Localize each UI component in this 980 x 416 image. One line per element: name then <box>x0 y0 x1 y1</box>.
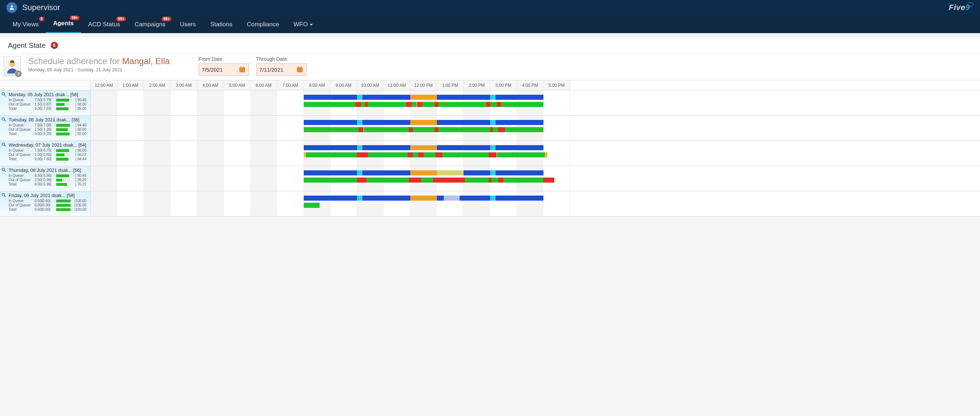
actual-segment[interactable] <box>366 178 409 183</box>
actual-segment[interactable] <box>368 102 406 107</box>
actual-segment[interactable] <box>489 152 497 158</box>
sched-segment[interactable] <box>357 171 363 175</box>
actual-segment[interactable] <box>368 152 408 158</box>
sched-segment[interactable] <box>363 95 410 100</box>
actual-segment[interactable] <box>436 152 442 158</box>
sched-segment[interactable] <box>410 196 437 201</box>
magnifier-icon[interactable] <box>2 193 6 198</box>
sched-segment[interactable] <box>444 196 460 201</box>
actual-segment[interactable] <box>304 127 358 132</box>
sched-segment[interactable] <box>437 171 463 175</box>
magnifier-icon[interactable] <box>2 92 6 97</box>
sched-segment[interactable] <box>437 196 444 201</box>
from-date-input[interactable] <box>202 67 231 73</box>
actual-segment[interactable] <box>433 178 465 183</box>
actual-segment[interactable] <box>505 127 543 132</box>
magnifier-icon[interactable] <box>2 142 6 148</box>
sched-segment[interactable] <box>304 145 357 150</box>
actual-segment[interactable] <box>413 152 418 158</box>
nav-item-compliance[interactable]: Compliance <box>240 17 286 33</box>
actual-segment[interactable] <box>409 127 413 132</box>
day-gutter[interactable]: Friday, 09 July 2021 dsak... [58]In Queu… <box>0 191 91 216</box>
actual-segment[interactable] <box>418 152 423 158</box>
actual-segment[interactable] <box>423 152 436 158</box>
actual-segment[interactable] <box>364 127 409 132</box>
sched-segment[interactable] <box>410 145 437 150</box>
actual-segment[interactable] <box>465 178 489 183</box>
sched-segment[interactable] <box>410 95 437 100</box>
sched-segment[interactable] <box>496 171 543 175</box>
day-gutter[interactable]: Wednesday, 07 July 2021 dsak... [64]In Q… <box>0 141 91 166</box>
sched-segment[interactable] <box>437 95 490 100</box>
calendar-icon[interactable] <box>296 66 303 73</box>
actual-segment[interactable] <box>438 102 486 107</box>
actual-segment[interactable] <box>408 152 413 158</box>
sched-segment[interactable] <box>304 171 357 175</box>
sched-segment[interactable] <box>437 145 490 150</box>
sched-segment[interactable] <box>463 171 490 175</box>
actual-segment[interactable] <box>503 178 543 183</box>
actual-segment[interactable] <box>356 102 361 107</box>
user-avatar-icon[interactable] <box>6 2 17 13</box>
magnifier-icon[interactable] <box>2 167 6 173</box>
sched-segment[interactable] <box>363 196 410 201</box>
day-gutter[interactable]: Tuesday, 06 July 2021 dsak... [36]In Que… <box>0 116 91 140</box>
magnifier-icon[interactable] <box>2 117 6 123</box>
actual-segment[interactable] <box>358 127 364 132</box>
sched-segment[interactable] <box>490 95 496 100</box>
day-gutter[interactable]: Monday, 05 July 2021 dsak... [56]In Queu… <box>0 91 91 115</box>
sched-segment[interactable] <box>357 120 363 125</box>
nav-item-acd-status[interactable]: ACD Status99+ <box>81 17 127 33</box>
actual-segment[interactable] <box>434 102 438 107</box>
nav-item-agents[interactable]: Agents99+ <box>46 16 81 33</box>
sched-segment[interactable] <box>490 120 496 125</box>
sched-segment[interactable] <box>460 196 490 201</box>
sched-segment[interactable] <box>496 95 543 100</box>
actual-segment[interactable] <box>493 127 498 132</box>
actual-segment[interactable] <box>304 102 356 107</box>
actual-segment[interactable] <box>417 102 423 107</box>
actual-segment[interactable] <box>357 178 366 183</box>
actual-segment[interactable] <box>497 152 545 158</box>
actual-segment[interactable] <box>497 102 501 107</box>
nav-item-users[interactable]: Users <box>173 17 203 33</box>
sched-segment[interactable] <box>496 145 543 150</box>
sched-segment[interactable] <box>304 95 357 100</box>
actual-segment[interactable] <box>498 178 503 183</box>
sched-segment[interactable] <box>496 120 543 125</box>
actual-segment[interactable] <box>422 102 434 107</box>
nav-item-stations[interactable]: Stations <box>203 17 239 33</box>
nav-item-wfo[interactable]: WFO <box>286 17 320 33</box>
actual-segment[interactable] <box>486 102 490 107</box>
sched-segment[interactable] <box>437 120 490 125</box>
actual-segment[interactable] <box>365 102 368 107</box>
sched-segment[interactable] <box>490 145 496 150</box>
actual-segment[interactable] <box>498 127 505 132</box>
sched-segment[interactable] <box>496 196 543 201</box>
actual-segment[interactable] <box>406 102 412 107</box>
actual-segment[interactable] <box>490 127 493 132</box>
actual-segment[interactable] <box>543 178 554 183</box>
actual-segment[interactable] <box>409 178 421 183</box>
through-date-field[interactable] <box>256 64 307 76</box>
actual-segment[interactable] <box>412 102 417 107</box>
actual-segment[interactable] <box>442 152 489 158</box>
sched-segment[interactable] <box>304 120 357 125</box>
nav-item-my-views[interactable]: My Views6 <box>5 17 46 33</box>
actual-segment[interactable] <box>489 178 491 183</box>
actual-segment[interactable] <box>438 127 490 132</box>
actual-segment[interactable] <box>545 152 547 158</box>
sched-segment[interactable] <box>363 145 410 150</box>
actual-segment[interactable] <box>434 127 438 132</box>
sched-segment[interactable] <box>410 171 437 175</box>
from-date-field[interactable] <box>199 64 249 76</box>
sched-segment[interactable] <box>410 120 437 125</box>
nav-item-campaigns[interactable]: Campaigns99+ <box>127 17 173 33</box>
actual-segment[interactable] <box>304 178 357 183</box>
actual-segment[interactable] <box>421 178 433 183</box>
actual-segment[interactable] <box>492 178 498 183</box>
day-gutter[interactable]: Thursday, 08 July 2021 dsak... [56]In Qu… <box>0 166 91 191</box>
actual-segment[interactable] <box>304 203 320 208</box>
actual-segment[interactable] <box>357 152 368 158</box>
sched-segment[interactable] <box>490 196 496 201</box>
